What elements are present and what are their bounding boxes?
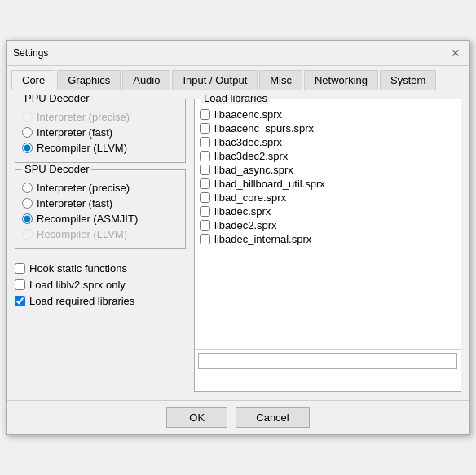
spu-fast-label: Interpreter (fast) bbox=[37, 197, 112, 209]
spu-radio-llvm[interactable]: Recompiler (LLVM) bbox=[22, 227, 178, 242]
ok-button[interactable]: OK bbox=[166, 407, 227, 428]
list-item[interactable]: libad_core.sprx bbox=[198, 191, 457, 205]
list-item[interactable]: libad_async.sprx bbox=[198, 163, 457, 177]
window-title: Settings bbox=[13, 47, 48, 59]
spu-asmjit-label: Recompiler (ASMJIT) bbox=[37, 213, 138, 225]
ppu-decoder-title: PPU Decoder bbox=[22, 92, 91, 104]
load-liblv2-checkbox[interactable] bbox=[15, 279, 25, 290]
library-list[interactable]: libaacenc.sprx libaacenc_spurs.sprx liba… bbox=[195, 104, 461, 349]
left-panel: PPU Decoder Interpreter (precise) Interp… bbox=[15, 99, 186, 392]
hook-static-checkbox-item[interactable]: Hook static functions bbox=[15, 262, 186, 275]
list-item[interactable]: libac3dec2.sprx bbox=[198, 149, 457, 163]
load-libraries-title: Load libraries bbox=[201, 92, 270, 104]
right-panel: Load libraries libaacenc.sprx libaacenc_… bbox=[194, 99, 461, 392]
load-liblv2-label: Load liblv2.sprx only bbox=[29, 279, 126, 291]
spu-llvm-label: Recompiler (LLVM) bbox=[37, 228, 127, 240]
tab-networking[interactable]: Networking bbox=[304, 70, 378, 90]
close-button[interactable]: ✕ bbox=[448, 46, 463, 60]
spu-precise-label: Interpreter (precise) bbox=[37, 182, 130, 194]
ppu-radio-precise[interactable]: Interpreter (precise) bbox=[22, 109, 178, 125]
tab-graphics[interactable]: Graphics bbox=[57, 70, 121, 90]
hook-static-checkbox[interactable] bbox=[15, 263, 25, 274]
load-libraries-group: Load libraries libaacenc.sprx libaacenc_… bbox=[194, 99, 461, 392]
list-item[interactable]: libadec2.sprx bbox=[198, 218, 457, 232]
cancel-button[interactable]: Cancel bbox=[236, 407, 309, 428]
library-search-input[interactable] bbox=[198, 353, 457, 369]
spu-decoder-title: SPU Decoder bbox=[22, 163, 91, 175]
ppu-decoder-group: PPU Decoder Interpreter (precise) Interp… bbox=[15, 99, 186, 163]
load-required-label: Load required libraries bbox=[29, 295, 134, 307]
ppu-llvm-label: Recompiler (LLVM) bbox=[37, 142, 127, 154]
list-item[interactable]: libac3dec.sprx bbox=[198, 135, 457, 149]
load-required-checkbox[interactable] bbox=[15, 296, 25, 306]
tab-audio[interactable]: Audio bbox=[122, 70, 170, 90]
tab-bar: Core Graphics Audio Input / Output Misc … bbox=[7, 66, 469, 90]
settings-window: Settings ✕ Core Graphics Audio Input / O… bbox=[6, 40, 470, 435]
list-item[interactable]: libad_billboard_util.sprx bbox=[198, 177, 457, 191]
tab-misc[interactable]: Misc bbox=[259, 70, 302, 90]
list-item[interactable]: libadec.sprx bbox=[198, 205, 457, 218]
spu-radio-fast[interactable]: Interpreter (fast) bbox=[22, 196, 178, 211]
ppu-fast-label: Interpreter (fast) bbox=[37, 126, 112, 139]
ppu-precise-label: Interpreter (precise) bbox=[37, 111, 130, 123]
titlebar: Settings ✕ bbox=[7, 41, 469, 66]
main-content: PPU Decoder Interpreter (precise) Interp… bbox=[7, 90, 469, 400]
tab-core[interactable]: Core bbox=[11, 70, 55, 90]
load-liblv2-checkbox-item[interactable]: Load liblv2.sprx only bbox=[15, 279, 186, 291]
checkboxes-section: Hook static functions Load liblv2.sprx o… bbox=[15, 256, 186, 307]
spu-radio-asmjit[interactable]: Recompiler (ASMJIT) bbox=[22, 211, 178, 227]
spu-decoder-group: SPU Decoder Interpreter (precise) Interp… bbox=[15, 169, 186, 249]
hook-static-label: Hook static functions bbox=[29, 262, 127, 275]
library-search[interactable] bbox=[195, 349, 461, 372]
load-required-checkbox-item[interactable]: Load required libraries bbox=[15, 295, 186, 307]
bottom-bar: OK Cancel bbox=[7, 400, 469, 434]
ppu-radio-fast[interactable]: Interpreter (fast) bbox=[22, 125, 178, 140]
tab-input-output[interactable]: Input / Output bbox=[172, 70, 258, 90]
list-item[interactable]: libaacenc.sprx bbox=[198, 108, 457, 121]
spu-radio-precise[interactable]: Interpreter (precise) bbox=[22, 180, 178, 196]
ppu-radio-llvm[interactable]: Recompiler (LLVM) bbox=[22, 140, 178, 156]
tab-system[interactable]: System bbox=[380, 70, 436, 90]
list-item[interactable]: libaacenc_spurs.sprx bbox=[198, 121, 457, 135]
list-item[interactable]: libadec_internal.sprx bbox=[198, 232, 457, 246]
